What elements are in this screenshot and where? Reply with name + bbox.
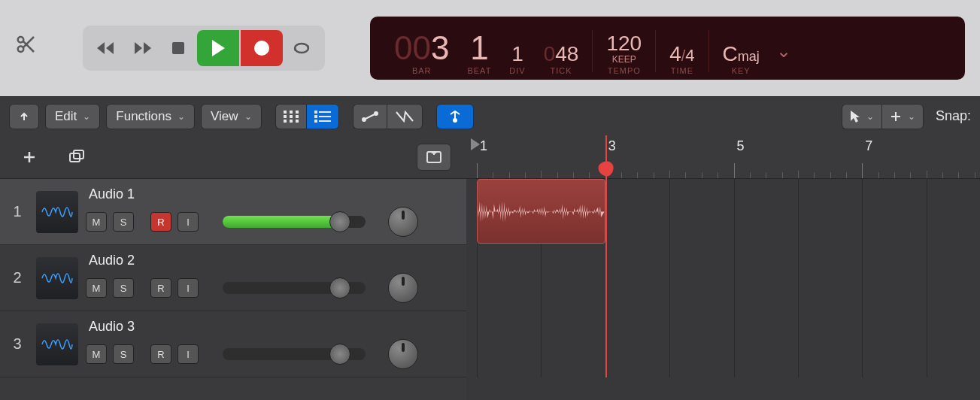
ruler-bar-number: 5	[737, 138, 745, 154]
svg-rect-9	[296, 115, 299, 118]
svg-rect-22	[70, 153, 80, 162]
input-monitor-button[interactable]: I	[177, 344, 199, 364]
pan-knob[interactable]	[388, 273, 418, 303]
record-button[interactable]	[241, 30, 283, 66]
track-icon[interactable]	[36, 191, 78, 233]
volume-slider[interactable]	[223, 348, 366, 360]
grid-view-button[interactable]	[275, 104, 306, 129]
lcd-tick[interactable]: 048 TICK	[535, 23, 588, 80]
functions-menu[interactable]: Functions⌄	[106, 104, 195, 129]
ruler-bar-number: 1	[480, 138, 487, 154]
svg-rect-16	[319, 116, 331, 117]
lcd-division[interactable]: 1 DIV	[500, 23, 534, 80]
track-icon[interactable]	[36, 257, 78, 299]
lcd-key[interactable]: Cmaj KEY	[714, 23, 769, 80]
track-name[interactable]: Audio 2	[86, 253, 460, 268]
input-monitor-button[interactable]: I	[177, 278, 199, 298]
global-tracks-button[interactable]	[417, 144, 451, 171]
track-header[interactable]: 2 Audio 2 M S R I	[0, 245, 466, 311]
transport-controls	[83, 26, 325, 71]
lcd-expand-icon[interactable]: ⌄	[769, 41, 799, 62]
svg-rect-18	[319, 120, 331, 122]
track-number: 2	[6, 269, 29, 286]
svg-rect-6	[296, 111, 299, 114]
svg-rect-11	[290, 120, 293, 123]
cycle-start-icon[interactable]	[471, 138, 480, 150]
svg-point-21	[453, 118, 457, 123]
track-name[interactable]: Audio 1	[86, 186, 460, 202]
playhead[interactable]	[605, 135, 607, 377]
add-track-button[interactable]	[12, 144, 47, 171]
track-icon[interactable]	[36, 323, 78, 365]
edit-menu[interactable]: Edit⌄	[45, 104, 100, 129]
alt-tool-button[interactable]: ⌄	[881, 104, 924, 129]
volume-slider[interactable]	[223, 282, 366, 294]
mute-button[interactable]: M	[86, 212, 107, 232]
lcd-beat[interactable]: 1 BEAT	[458, 23, 500, 80]
solo-button[interactable]: S	[113, 278, 134, 298]
svg-rect-8	[290, 115, 293, 118]
track-headers: 1 Audio 1 M S R I 2	[0, 135, 466, 400]
audio-region[interactable]	[477, 179, 605, 244]
svg-rect-14	[319, 111, 331, 113]
scissors-icon[interactable]	[15, 33, 38, 63]
lcd-tempo[interactable]: 120 KEEP TEMPO	[597, 23, 651, 80]
input-monitor-button[interactable]: I	[177, 212, 199, 232]
flex-button[interactable]	[387, 104, 423, 129]
svg-rect-7	[284, 115, 287, 118]
pointer-tool-button[interactable]: ⌄	[842, 104, 881, 129]
svg-rect-5	[290, 111, 293, 114]
volume-slider[interactable]	[223, 216, 366, 228]
solo-button[interactable]: S	[113, 344, 134, 364]
lcd-display: 003 BAR 1 BEAT 1 DIV 048 TICK 120 KEEP T…	[370, 17, 965, 80]
track-number: 1	[6, 203, 29, 220]
record-enable-button[interactable]: R	[150, 344, 171, 364]
svg-rect-2	[172, 42, 184, 54]
cycle-button[interactable]	[284, 31, 319, 65]
lcd-time-signature[interactable]: 4/4 TIME	[660, 23, 703, 80]
ruler-bar-number: 7	[865, 138, 872, 154]
svg-point-19	[363, 118, 366, 121]
track-name[interactable]: Audio 3	[86, 319, 460, 335]
mute-button[interactable]: M	[86, 278, 107, 298]
arrange-area[interactable]: 1357	[466, 135, 980, 400]
control-bar: 003 BAR 1 BEAT 1 DIV 048 TICK 120 KEEP T…	[0, 0, 980, 96]
mute-button[interactable]: M	[86, 344, 107, 364]
svg-rect-15	[314, 115, 317, 118]
svg-rect-17	[314, 120, 317, 123]
catch-playhead-button[interactable]	[436, 104, 474, 129]
svg-rect-4	[284, 111, 287, 114]
pan-knob[interactable]	[388, 339, 418, 369]
svg-rect-13	[314, 111, 317, 114]
svg-rect-12	[296, 120, 299, 123]
view-menu[interactable]: View⌄	[201, 104, 262, 129]
hide-track-headers-button[interactable]	[9, 104, 39, 129]
pan-knob[interactable]	[388, 207, 418, 237]
snap-label: Snap:	[936, 108, 971, 124]
track-header[interactable]: 3 Audio 3 M S R I	[0, 311, 466, 377]
ruler[interactable]: 1357	[466, 135, 980, 179]
track-number: 3	[6, 335, 29, 353]
record-enable-button[interactable]: R	[150, 212, 171, 232]
automation-button[interactable]	[353, 104, 387, 129]
play-button[interactable]	[197, 30, 239, 66]
tracks-area: 1 Audio 1 M S R I 2	[0, 135, 980, 400]
track-header-controls	[0, 135, 466, 179]
ruler-bar-number: 3	[608, 138, 616, 154]
lcd-bar[interactable]: 003 BAR	[385, 23, 458, 80]
svg-rect-23	[74, 150, 83, 159]
stop-button[interactable]	[161, 31, 196, 65]
svg-point-3	[254, 41, 269, 56]
tracks-menu-bar: Edit⌄ Functions⌄ View⌄ ⌄ ⌄ Snap:	[0, 96, 980, 135]
svg-point-20	[375, 112, 378, 115]
record-enable-button[interactable]: R	[150, 278, 171, 298]
duplicate-track-button[interactable]	[60, 144, 95, 171]
svg-rect-10	[284, 120, 287, 123]
solo-button[interactable]: S	[113, 212, 134, 232]
list-view-button[interactable]	[306, 104, 339, 129]
track-header[interactable]: 1 Audio 1 M S R I	[0, 179, 466, 245]
forward-button[interactable]	[125, 31, 159, 65]
rewind-button[interactable]	[89, 31, 123, 65]
